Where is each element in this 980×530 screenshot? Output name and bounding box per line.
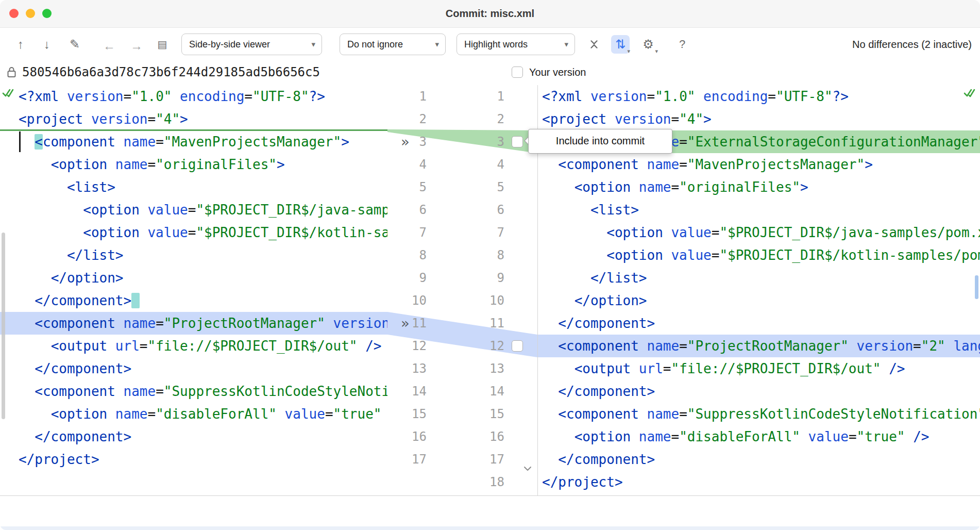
- left-code-line-17[interactable]: </project>: [0, 448, 387, 471]
- code-token: name: [647, 157, 680, 172]
- right-code-line-9[interactable]: </list>: [538, 267, 980, 289]
- diff-gutter: 1122»334455667788991010»1111121213131414…: [387, 85, 538, 496]
- code-token: value: [671, 225, 711, 240]
- gutter-row-10: 1010: [387, 289, 537, 312]
- left-code-line-11[interactable]: <component name="ProjectRootManager" ver…: [0, 312, 387, 335]
- previous-difference-button[interactable]: ↑: [11, 35, 30, 54]
- down-arrow-icon: ↓: [44, 38, 50, 51]
- right-code-line-16[interactable]: <option name="disableForAll" value="true…: [538, 425, 980, 448]
- right-code-line-6[interactable]: <list>: [538, 198, 980, 221]
- apply-left-button[interactable]: ←: [98, 35, 117, 54]
- left-code-line-5[interactable]: <list>: [0, 176, 387, 198]
- include-change-checkbox[interactable]: [512, 340, 523, 352]
- code-token: "file://$PROJECT_DIR$/out": [147, 338, 357, 354]
- code-token: =: [679, 338, 687, 354]
- right-code-line-15[interactable]: <component name="SuppressKotlinCodeStyle…: [538, 403, 980, 425]
- code-token: [19, 134, 35, 150]
- code-token: [542, 384, 558, 399]
- right-line-number: 17: [489, 448, 504, 471]
- right-code-line-10[interactable]: </option>: [538, 289, 980, 312]
- code-token: <component: [558, 338, 639, 354]
- left-code-line-15[interactable]: <option name="disableForAll" value="true…: [0, 403, 387, 425]
- your-version-label[interactable]: Your version: [529, 67, 586, 78]
- left-code-line-2[interactable]: <project version="4">: [0, 108, 387, 130]
- your-version-checkbox[interactable]: [512, 67, 523, 78]
- code-token: <?xml: [542, 89, 582, 104]
- right-code-line-8[interactable]: <option value="$PROJECT_DIR$/kotlin-samp…: [538, 244, 980, 267]
- left-code-line-13[interactable]: </component>: [0, 357, 387, 380]
- gutter-row-6: 66: [387, 198, 537, 221]
- code-token: <output: [575, 361, 631, 376]
- code-token: <option: [606, 247, 663, 263]
- left-scrollbar[interactable]: [2, 233, 5, 419]
- right-code-line-13[interactable]: <output url="file://$PROJECT_DIR$/out" /…: [538, 357, 980, 380]
- settings-button[interactable]: ⚙ ▾: [639, 35, 657, 54]
- right-code-line-5[interactable]: <option name="originalFiles">: [538, 176, 980, 198]
- include-change-checkbox[interactable]: [512, 136, 523, 147]
- code-token: "file://$PROJECT_DIR$/out": [671, 361, 881, 376]
- right-code-line-7[interactable]: <option value="$PROJECT_DIR$/java-sample…: [538, 221, 980, 244]
- left-code-line-7[interactable]: <option value="$PROJECT_DIR$/kotlin-samp…: [0, 221, 387, 244]
- left-line-number: 14: [412, 380, 427, 403]
- code-token: "MavenProjectsManager": [687, 157, 865, 172]
- left-line-number: 1: [419, 85, 427, 108]
- left-code-line-6[interactable]: <option value="$PROJECT_DIR$/java-sample…: [0, 198, 387, 221]
- left-code-line-14[interactable]: <component name="SuppressKotlinCodeStyle…: [0, 380, 387, 403]
- code-token: <option: [51, 406, 108, 422]
- code-token: encoding: [703, 89, 768, 104]
- code-token: [325, 316, 333, 331]
- apply-right-button[interactable]: →: [126, 35, 144, 54]
- code-token: name: [639, 179, 671, 195]
- code-token: </component>: [35, 429, 131, 444]
- left-code-line-3[interactable]: <component name="MavenProjectsManager">: [0, 130, 387, 153]
- ignore-policy-dropdown[interactable]: Do not ignore ▾: [340, 34, 446, 55]
- left-code-line-8[interactable]: </list>: [0, 244, 387, 267]
- right-code-line-4[interactable]: <component name="MavenProjectsManager">: [538, 153, 980, 176]
- left-code-line-16[interactable]: </component>: [0, 425, 387, 448]
- next-difference-button[interactable]: ↓: [38, 35, 56, 54]
- sync-scrolling-toggle[interactable]: ⇅ ▾: [611, 35, 630, 54]
- code-token: name: [124, 316, 156, 331]
- code-token: "UTF-8": [776, 89, 833, 104]
- highlight-mode-dropdown[interactable]: Highlight words ▾: [457, 34, 575, 55]
- scrollbar-change-marker[interactable]: [975, 275, 978, 299]
- changed-files-list-button[interactable]: ▤: [153, 35, 172, 54]
- right-code-line-14[interactable]: </component>: [538, 380, 980, 403]
- left-code-line-9[interactable]: </option>: [0, 267, 387, 289]
- collapse-unchanged-button[interactable]: [585, 35, 603, 54]
- left-line-number: 16: [412, 425, 427, 448]
- change-marker-chevron-icon[interactable]: »: [401, 130, 409, 153]
- left-line-number: 15: [412, 403, 427, 425]
- right-code-line-2[interactable]: <project version="4">: [538, 108, 980, 130]
- ignore-policy-value: Do not ignore: [347, 39, 403, 50]
- tooltip-text: Include into commit: [556, 135, 645, 146]
- change-marker-chevron-icon[interactable]: »: [401, 312, 409, 335]
- pencil-icon: ✎: [70, 38, 80, 51]
- left-code-line-1[interactable]: <?xml version="1.0" encoding="UTF-8"?>: [0, 85, 387, 108]
- right-code-line-11[interactable]: </component>: [538, 312, 980, 335]
- right-code-line-12[interactable]: <component name="ProjectRootManager" ver…: [538, 335, 980, 357]
- code-token: =: [188, 225, 196, 240]
- code-token: </option>: [575, 293, 647, 308]
- code-token: >: [703, 111, 712, 127]
- code-token: "2": [921, 338, 945, 354]
- right-code-line-18[interactable]: </project>: [538, 471, 980, 493]
- code-token: value: [147, 202, 188, 218]
- right-line-number: 1: [497, 85, 504, 108]
- left-editor-pane[interactable]: <?xml version="1.0" encoding="UTF-8"?><p…: [0, 85, 388, 496]
- edit-source-button[interactable]: ✎: [65, 35, 84, 54]
- help-button[interactable]: ?: [673, 35, 691, 54]
- left-line-number: 8: [419, 244, 427, 267]
- code-token: url: [639, 361, 663, 376]
- code-token: <option: [606, 225, 663, 240]
- right-line-number: 15: [489, 403, 504, 425]
- left-code-line-10[interactable]: </component>: [0, 289, 387, 312]
- left-code-line-12[interactable]: <output url="file://$PROJECT_DIR$/out" /…: [0, 335, 387, 357]
- code-token: "ProjectRootManager": [164, 316, 325, 331]
- right-code-line-17[interactable]: </component>: [538, 448, 980, 471]
- right-code-line-1[interactable]: <?xml version="1.0" encoding="UTF-8"?>: [538, 85, 980, 108]
- left-code-line-4[interactable]: <option name="originalFiles">: [0, 153, 387, 176]
- code-token: </list>: [590, 270, 647, 286]
- revision-hash: 580546b6a6a3d78c73b6f244d29185ad5b6656c5: [22, 65, 320, 79]
- viewer-mode-dropdown[interactable]: Side-by-side viewer ▾: [181, 34, 322, 55]
